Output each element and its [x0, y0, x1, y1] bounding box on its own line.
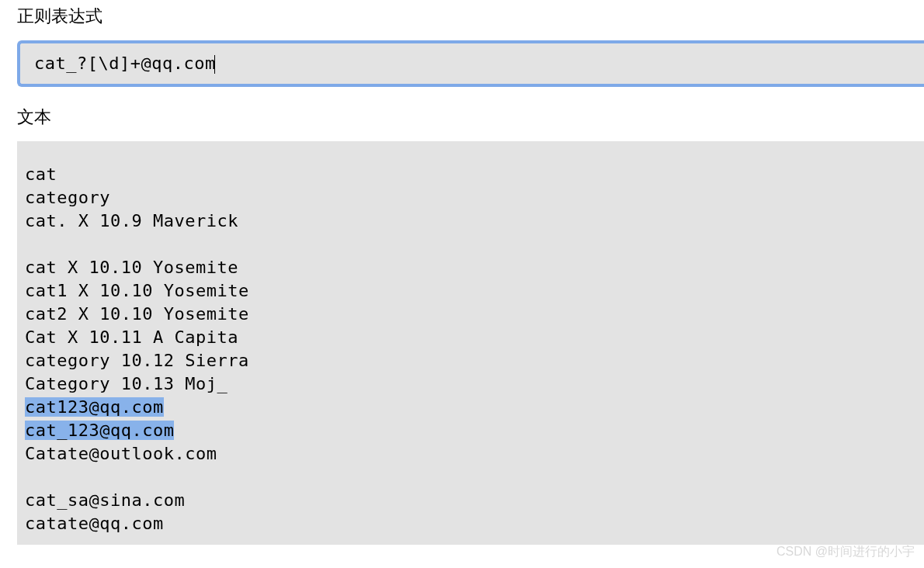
regex-label: 正则表达式 [17, 5, 924, 28]
text-cursor [214, 55, 215, 74]
regex-input[interactable]: cat_?[\d]+@qq.com [34, 54, 215, 73]
regex-match: cat_123@qq.com [25, 421, 174, 440]
regex-input-container[interactable]: cat_?[\d]+@qq.com [17, 40, 924, 87]
regex-match: cat123@qq.com [25, 397, 164, 417]
watermark: CSDN @时间进行的小宇 [776, 544, 915, 560]
text-content-area[interactable]: cat category cat. X 10.9 Maverick cat X … [17, 141, 924, 545]
text-label: 文本 [17, 106, 924, 129]
